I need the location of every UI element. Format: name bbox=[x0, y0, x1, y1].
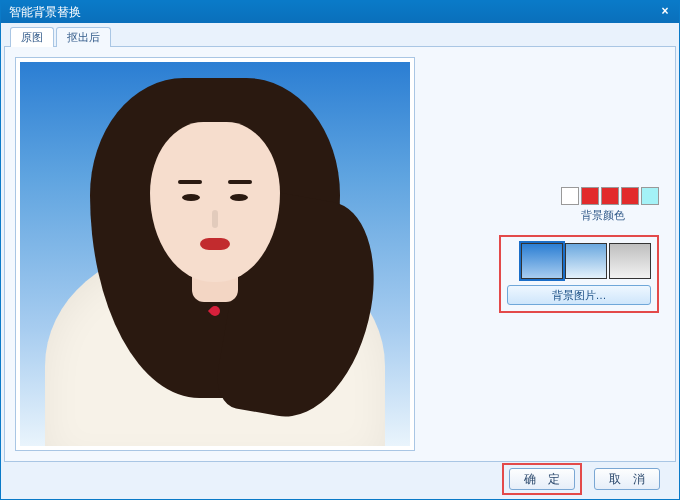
bg-image-row bbox=[507, 243, 651, 279]
bg-color-swatch-2[interactable] bbox=[601, 187, 619, 205]
cancel-button[interactable]: 取 消 bbox=[594, 468, 660, 490]
bg-image-swatch-0[interactable] bbox=[521, 243, 563, 279]
portrait-brow bbox=[178, 180, 202, 184]
client-area: 原图抠出后 bbox=[1, 23, 679, 499]
ok-button-highlight: 确 定 bbox=[502, 463, 582, 495]
portrait-lips bbox=[200, 238, 230, 250]
bg-color-swatch-3[interactable] bbox=[621, 187, 639, 205]
bg-image-button[interactable]: 背景图片… bbox=[507, 285, 651, 305]
tab-panel: 背景颜色 背景图片… bbox=[4, 46, 676, 462]
bg-color-swatch-4[interactable] bbox=[641, 187, 659, 205]
portrait-eye bbox=[182, 194, 200, 201]
bg-color-row bbox=[547, 187, 659, 205]
bg-color-label: 背景颜色 bbox=[547, 208, 659, 223]
close-icon[interactable]: × bbox=[657, 5, 673, 19]
side-panel: 背景颜色 背景图片… bbox=[423, 57, 665, 451]
bg-color-swatch-0[interactable] bbox=[561, 187, 579, 205]
titlebar: 智能背景替换 × bbox=[1, 1, 679, 23]
preview-frame bbox=[15, 57, 415, 451]
dialog-window: 智能背景替换 × 原图抠出后 bbox=[0, 0, 680, 500]
bg-image-group: 背景图片… bbox=[499, 235, 659, 313]
portrait-nose bbox=[212, 210, 218, 228]
ok-button[interactable]: 确 定 bbox=[509, 468, 575, 490]
bg-image-swatch-2[interactable] bbox=[609, 243, 651, 279]
tab-0[interactable]: 原图 bbox=[10, 27, 54, 47]
portrait-preview bbox=[20, 62, 410, 446]
bg-image-swatch-1[interactable] bbox=[565, 243, 607, 279]
portrait-eye bbox=[230, 194, 248, 201]
bg-color-swatch-1[interactable] bbox=[581, 187, 599, 205]
dialog-footer: 确 定 取 消 bbox=[4, 462, 676, 496]
window-title: 智能背景替换 bbox=[9, 4, 81, 21]
bg-color-group: 背景颜色 bbox=[547, 187, 659, 223]
tabstrip: 原图抠出后 bbox=[10, 27, 676, 47]
portrait-brow bbox=[228, 180, 252, 184]
tab-1[interactable]: 抠出后 bbox=[56, 27, 111, 47]
